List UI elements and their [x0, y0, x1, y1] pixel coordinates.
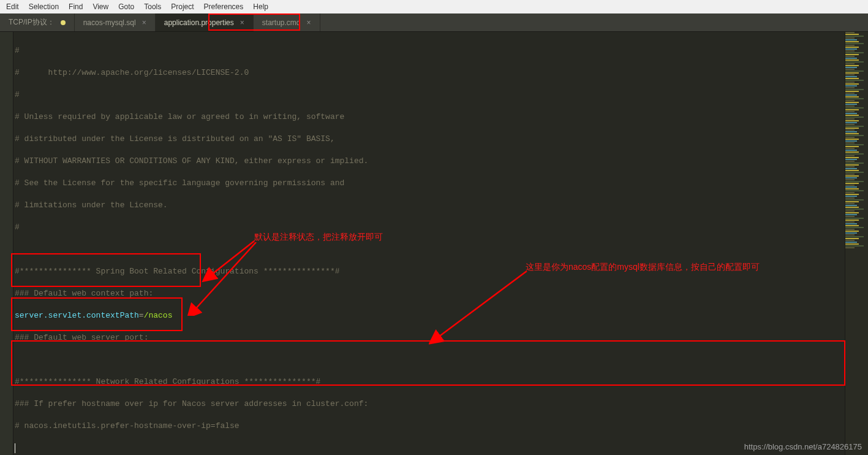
code-line: # See the License for the specific langu… [15, 178, 843, 189]
code-line: #*************** Network Related Configu… [15, 377, 843, 388]
menu-goto[interactable]: Goto [113, 1, 139, 12]
menu-selection[interactable]: Selection [24, 1, 64, 12]
code-line: #*************** Spring Boot Related Con… [15, 266, 843, 277]
code-line: # distributed under the License is distr… [15, 134, 843, 145]
menu-project[interactable]: Project [166, 1, 198, 12]
code-line [15, 244, 843, 255]
menu-view[interactable]: View [88, 1, 113, 12]
code-line: ### Default web server port: [15, 332, 843, 343]
tab-tcpip[interactable]: TCP/IP协议： [0, 13, 75, 31]
tab-nacos-mysql[interactable]: nacos-mysql.sql × [75, 13, 156, 31]
code-editor[interactable]: # # http://www.apache.org/licenses/LICEN… [13, 32, 845, 455]
tab-dirty-icon [61, 20, 66, 25]
close-icon[interactable]: × [142, 18, 146, 27]
tab-label: application.properties [164, 18, 234, 27]
tab-application-properties[interactable]: application.properties × [156, 13, 254, 31]
menubar: Edit Selection Find View Goto Tools Proj… [0, 0, 868, 13]
line-number-gutter [0, 32, 13, 455]
code-line: # WITHOUT WARRANTIES OR CONDITIONS OF AN… [15, 156, 843, 167]
editor-wrap: # # http://www.apache.org/licenses/LICEN… [0, 32, 868, 455]
code-line [15, 443, 843, 454]
menu-help[interactable]: Help [248, 1, 273, 12]
tab-label: startup.cmd [262, 18, 301, 27]
code-line: server.servlet.contextPath=/nacos [15, 310, 843, 321]
minimap[interactable] [845, 32, 868, 455]
menu-tools[interactable]: Tools [139, 1, 166, 12]
code-line: # [15, 45, 843, 56]
code-line: # nacos.inetutils.prefer-hostname-over-i… [15, 421, 843, 432]
text-cursor [15, 443, 15, 453]
code-line: # [15, 222, 843, 233]
menu-edit[interactable]: Edit [1, 1, 24, 12]
code-line: # Unless required by applicable law or a… [15, 112, 843, 123]
code-line [15, 354, 843, 365]
menu-preferences[interactable]: Preferences [199, 1, 249, 12]
tab-startup-cmd[interactable]: startup.cmd × [254, 13, 320, 31]
tab-label: TCP/IP协议： [9, 17, 55, 28]
code-line: # http://www.apache.org/licenses/LICENSE… [15, 67, 843, 78]
code-line: # [15, 90, 843, 101]
menu-find[interactable]: Find [64, 1, 88, 12]
code-line: ### Default web context path: [15, 288, 843, 299]
code-line: # limitations under the License. [15, 200, 843, 211]
tab-label: nacos-mysql.sql [83, 18, 136, 27]
code-line: ### If prefer hostname over ip for Nacos… [15, 399, 843, 410]
close-icon[interactable]: × [307, 18, 311, 27]
tabbar: TCP/IP协议： nacos-mysql.sql × application.… [0, 13, 868, 32]
close-icon[interactable]: × [240, 18, 244, 27]
